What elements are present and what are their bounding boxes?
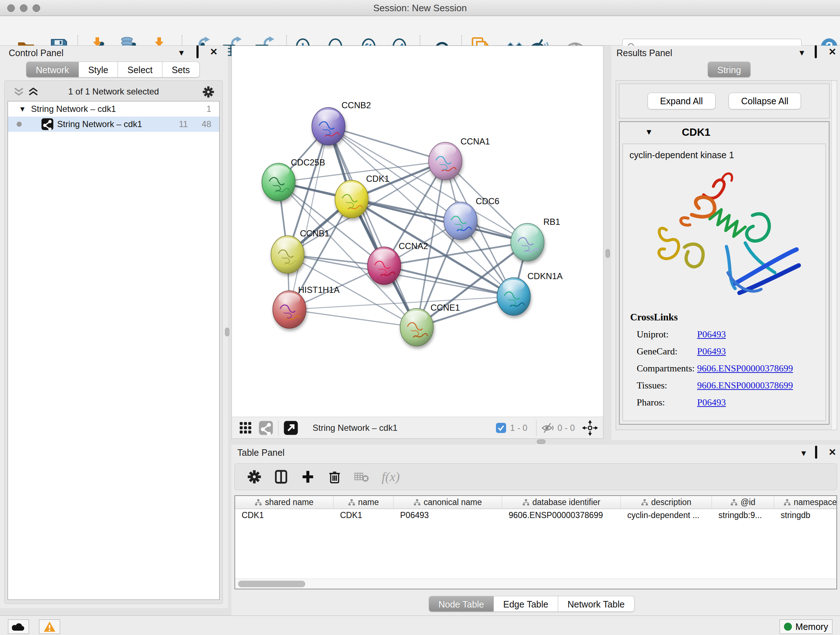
tab-sets[interactable]: Sets [163,62,200,78]
gear-icon[interactable] [202,86,215,98]
network-selected-status: 1 of 1 Network selected [5,87,223,97]
selected-checkbox-icon[interactable] [496,423,507,433]
network-node-CCNB1[interactable]: CCNB1 [271,228,329,273]
delete-table-icon-disabled [354,470,369,483]
collapse-all-button[interactable]: Collapse All [729,93,801,109]
crosslink-link[interactable]: 9606.ENSP00000378699 [697,363,793,374]
control-panel-float-icon[interactable] [196,46,199,58]
crosslink-link[interactable]: P06493 [697,329,726,340]
table-row[interactable]: CDK1CDK1P064939606.ENSP00000378699cyclin… [235,509,836,521]
table-panel-menu-icon[interactable]: ▾ [801,447,806,459]
network-badge-icon[interactable] [259,421,273,435]
column-type-icon [348,499,355,506]
birds-eye-view-icon[interactable] [582,420,598,436]
crosslink-label: Compartments: [630,363,697,374]
function-builder-icon: f(x) [382,469,400,485]
memory-status-dot [784,623,792,631]
network-node-RB1[interactable]: RB1 [511,217,561,261]
memory-button[interactable]: Memory [780,619,832,634]
column-header-database-identifier[interactable]: database identifier [502,496,621,509]
network-tree: ▼ String Network – cdk1 1 String Network… [8,101,219,600]
network-node-count: 11 [179,119,188,129]
network-canvas[interactable]: CCNB2CCNA1CDC25BCDK1CDC6RB1CCNB1CCNA2CDK… [232,46,603,417]
tab-style[interactable]: Style [79,62,118,78]
entry-expander-icon[interactable]: ▼ [645,127,653,137]
crosslink-link[interactable]: 9606.ENSP00000378699 [697,380,793,391]
delete-column-icon[interactable] [327,470,342,484]
control-panel-menu-icon[interactable]: ▾ [179,46,184,59]
window-minimize-button[interactable] [20,4,27,12]
network-node-CDK1[interactable]: CDK1 [335,174,389,218]
tab-select[interactable]: Select [118,62,162,78]
collection-expander-icon[interactable]: ▼ [19,105,26,113]
table-cell: stringdb:9... [712,510,774,520]
network-node-CDKN1A[interactable]: CDKN1A [497,271,562,315]
window-zoom-button[interactable] [33,4,40,12]
network-edge-CCNB2-CCNE1[interactable] [328,126,417,327]
column-header--id[interactable]: @id [712,496,774,509]
tab-edge-table[interactable]: Edge Table [494,596,558,612]
column-header-canonical-name[interactable]: canonical name [393,496,502,509]
results-panel-menu-icon[interactable]: ▾ [799,46,804,59]
column-header-shared-name[interactable]: shared name [235,496,333,509]
open-in-window-icon[interactable] [284,421,298,435]
results-scrollbar[interactable] [831,81,837,430]
network-node-HIST1H1A[interactable]: HIST1H1A [273,285,340,328]
table-panel: Table Panel ▾ ✕ f(x) shared namenamecano [232,445,840,616]
tab-network-table[interactable]: Network Table [558,596,635,612]
node-table: shared namenamecanonical namedatabase id… [234,495,837,589]
node-label-CCNB2: CCNB2 [341,100,371,110]
expand-all-button[interactable]: Expand All [647,93,715,109]
crosslink-row: Uniprot:P06493 [630,329,826,340]
tab-node-table[interactable]: Node Table [429,596,494,612]
show-columns-icon[interactable] [274,470,288,484]
network-edge-CCNA2-CDKN1A[interactable] [384,266,514,296]
table-horizontal-scrollbar[interactable] [235,578,836,589]
crosslink-row: Pharos:P06493 [630,397,826,408]
gene-symbol: CDK1 [682,126,711,138]
window-close-button[interactable] [7,4,15,12]
table-panel-close-icon[interactable]: ✕ [829,446,836,458]
table-gear-icon[interactable] [247,470,262,484]
crosslink-link[interactable]: P06493 [697,346,726,357]
scrollbar-thumb[interactable] [238,581,305,587]
tab-network[interactable]: Network [26,62,79,78]
grid-view-icon[interactable] [238,421,253,435]
crosslink-link[interactable]: P06493 [697,397,726,408]
results-panel-close-icon[interactable]: ✕ [829,46,836,58]
table-panel-float-icon[interactable] [815,446,817,458]
tab-string[interactable]: String [707,62,751,78]
window-title: Session: New Session [0,0,840,16]
network-edge-HIST1H1A-CCNE1[interactable] [289,310,417,327]
network-node-CCNA1[interactable]: CCNA1 [429,136,490,180]
cloud-status-button[interactable] [8,619,29,634]
splitter-handle-bottom[interactable] [537,440,546,444]
table-cell: stringdb [774,510,837,520]
network-edge-CCNB2-HIST1H1A[interactable] [289,126,328,310]
cloud-icon [12,622,25,631]
column-type-icon [730,499,737,506]
crosslink-label: Uniprot: [630,329,697,340]
column-header-name[interactable]: name [333,496,393,509]
splitter-handle-right[interactable] [606,249,610,258]
add-column-icon[interactable] [301,470,315,484]
network-node-CCNB2[interactable]: CCNB2 [312,100,371,145]
table-toolbar: f(x) [234,463,837,490]
warnings-button[interactable] [39,619,60,634]
column-header-namespace[interactable]: namespace [774,496,837,509]
node-label-CDC6: CDC6 [476,196,499,206]
node-label-CDK1: CDK1 [366,174,389,184]
network-collection-row[interactable]: ▼ String Network – cdk1 1 [8,101,219,117]
results-panel-float-icon[interactable] [815,46,817,58]
toolbar-separator [536,420,537,436]
crosslinks-title: CrossLinks [630,312,826,323]
table-cell: 9606.ENSP00000378699 [502,510,621,520]
network-edge-CCNB2-CCNA1[interactable] [328,126,445,161]
splitter-handle-left[interactable] [225,328,229,336]
network-row[interactable]: String Network – cdk1 11 48 [8,117,219,132]
control-panel-close-icon[interactable]: ✕ [210,46,218,58]
network-view-title: String Network – cdk1 [313,423,398,433]
column-type-icon [255,499,262,506]
column-header-description[interactable]: description [621,496,712,509]
table-cell: CDK1 [333,510,393,520]
